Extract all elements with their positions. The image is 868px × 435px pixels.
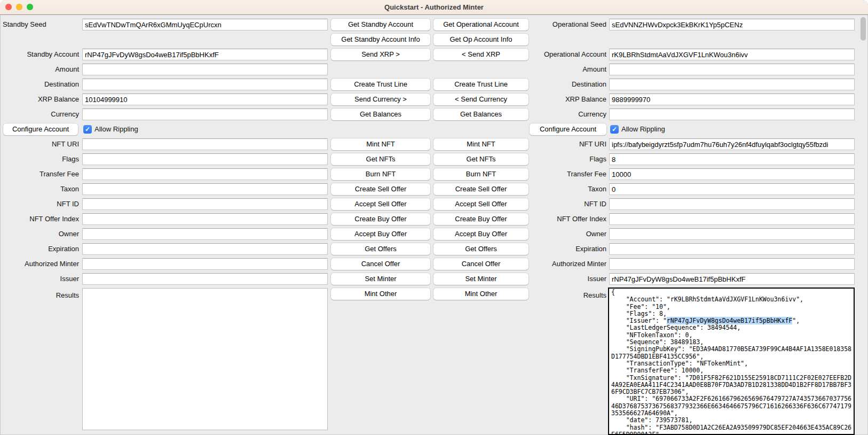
standby-authorized-minter-field[interactable] [82,258,328,270]
operational-seed-label: Operational Seed [527,19,606,30]
standby-taxon-field[interactable] [82,183,328,195]
send-currency-left-button[interactable]: < Send Currency [433,94,528,105]
checkmark-icon: ✓ [612,126,617,133]
cancel-offer-operational-button[interactable]: Cancel Offer [433,258,528,270]
operational-destination-field[interactable] [609,79,855,90]
standby-nft-uri-field[interactable] [82,138,328,150]
operational-account-field[interactable] [609,49,855,60]
create-buy-offer-operational-button[interactable]: Create Buy Offer [433,213,528,225]
cancel-offer-standby-button[interactable]: Cancel Offer [331,258,430,270]
standby-transfer-fee-field[interactable] [82,168,328,180]
get-operational-account-button[interactable]: Get Operational Account [433,19,528,30]
standby-account-field[interactable] [82,49,328,60]
get-standby-account-info-button[interactable]: Get Standby Account Info [331,34,430,45]
mint-other-standby-button[interactable]: Mint Other [331,288,430,300]
get-offers-operational-button[interactable]: Get Offers [433,243,528,255]
operational-nft-uri-field[interactable] [609,138,855,150]
titlebar: Quickstart - Authorized Minter [0,0,868,15]
standby-results-area[interactable] [82,288,328,430]
create-sell-offer-operational-button[interactable]: Create Sell Offer [433,183,528,195]
minimize-window-button[interactable] [16,4,22,10]
standby-allow-rippling-label: Allow Rippling [94,123,138,135]
get-op-account-info-button[interactable]: Get Op Account Info [433,34,528,45]
operational-authorized-minter-label: Authorized Minter [527,258,606,270]
burn-nft-operational-button[interactable]: Burn NFT [433,168,528,180]
operational-allow-rippling-checkbox[interactable]: ✓ [610,125,619,134]
operational-results-area[interactable]: { "Account": "rK9LBRhStdmtAaVdJXGVF1LnKW… [608,288,855,435]
operational-taxon-field[interactable] [609,183,855,195]
standby-owner-field[interactable] [82,228,328,240]
standby-flags-label: Flags [0,153,79,165]
window-title: Quickstart - Authorized Minter [0,0,868,14]
get-offers-standby-button[interactable]: Get Offers [331,243,430,255]
get-nfts-operational-button[interactable]: Get NFTs [433,153,528,165]
operational-expiration-field[interactable] [609,243,855,255]
mint-nft-operational-button[interactable]: Mint NFT [433,138,528,150]
standby-nft-offer-index-label: NFT Offer Index [0,213,79,225]
standby-allow-rippling-checkbox[interactable]: ✓ [83,125,92,134]
operational-flags-field[interactable] [609,153,855,165]
operational-currency-field[interactable] [609,108,855,120]
create-sell-offer-standby-button[interactable]: Create Sell Offer [331,183,430,195]
mint-other-operational-button[interactable]: Mint Other [433,288,528,300]
close-window-button[interactable] [5,4,12,10]
operational-amount-field[interactable] [609,64,855,75]
window-controls [5,4,33,10]
standby-amount-label: Amount [0,64,79,75]
send-xrp-left-button[interactable]: < Send XRP [433,49,528,60]
scrollbar-thumb[interactable] [861,17,866,41]
send-xrp-right-button[interactable]: Send XRP > [331,49,430,60]
operational-destination-label: Destination [527,79,606,90]
operational-authorized-minter-field[interactable] [609,258,855,270]
accept-sell-offer-operational-button[interactable]: Accept Sell Offer [433,198,528,210]
operational-nft-uri-label: NFT URI [527,138,606,150]
standby-expiration-label: Expiration [0,243,79,255]
standby-currency-label: Currency [0,108,79,120]
burn-nft-standby-button[interactable]: Burn NFT [331,168,430,180]
standby-amount-field[interactable] [82,64,328,75]
operational-owner-label: Owner [527,228,606,240]
accept-buy-offer-standby-button[interactable]: Accept Buy Offer [331,228,430,240]
create-buy-offer-standby-button[interactable]: Create Buy Offer [331,213,430,225]
get-balances-operational-button[interactable]: Get Balances [433,108,528,120]
standby-currency-field[interactable] [82,108,328,120]
set-minter-standby-button[interactable]: Set Minter [331,273,430,285]
operational-currency-label: Currency [527,108,606,120]
standby-expiration-field[interactable] [82,243,328,255]
standby-owner-label: Owner [0,228,79,240]
operational-owner-field[interactable] [609,228,855,240]
create-trust-line-standby-button[interactable]: Create Trust Line [331,79,430,90]
operational-seed-field[interactable] [609,19,855,30]
operational-nft-offer-index-field[interactable] [609,213,855,225]
operational-expiration-label: Expiration [527,243,606,255]
operational-xrp-balance-label: XRP Balance [527,94,606,105]
vertical-scrollbar[interactable] [859,15,867,434]
get-balances-standby-button[interactable]: Get Balances [331,108,430,120]
get-nfts-standby-button[interactable]: Get NFTs [331,153,430,165]
standby-nft-offer-index-field[interactable] [82,213,328,225]
accept-buy-offer-operational-button[interactable]: Accept Buy Offer [433,228,528,240]
checkmark-icon: ✓ [85,126,90,133]
operational-allow-rippling-label: Allow Rippling [621,123,665,135]
send-currency-right-button[interactable]: Send Currency > [331,94,430,105]
standby-configure-account-button[interactable]: Configure Account [3,123,78,135]
operational-issuer-field[interactable] [609,273,855,285]
operational-transfer-fee-label: Transfer Fee [527,168,606,180]
operational-xrp-balance-field[interactable] [609,94,855,105]
standby-seed-field[interactable] [82,19,328,30]
standby-flags-field[interactable] [82,153,328,165]
get-standby-account-button[interactable]: Get Standby Account [331,19,430,30]
operational-transfer-fee-field[interactable] [609,168,855,180]
operational-configure-account-button[interactable]: Configure Account [530,123,606,135]
standby-destination-field[interactable] [82,79,328,90]
set-minter-operational-button[interactable]: Set Minter [433,273,528,285]
create-trust-line-operational-button[interactable]: Create Trust Line [433,79,528,90]
accept-sell-offer-standby-button[interactable]: Accept Sell Offer [331,198,430,210]
operational-nft-id-field[interactable] [609,198,855,210]
zoom-window-button[interactable] [27,4,33,10]
standby-xrp-balance-field[interactable] [82,94,328,105]
mint-nft-standby-button[interactable]: Mint NFT [331,138,430,150]
standby-destination-label: Destination [0,79,79,90]
standby-nft-id-field[interactable] [82,198,328,210]
standby-issuer-field[interactable] [82,273,328,285]
